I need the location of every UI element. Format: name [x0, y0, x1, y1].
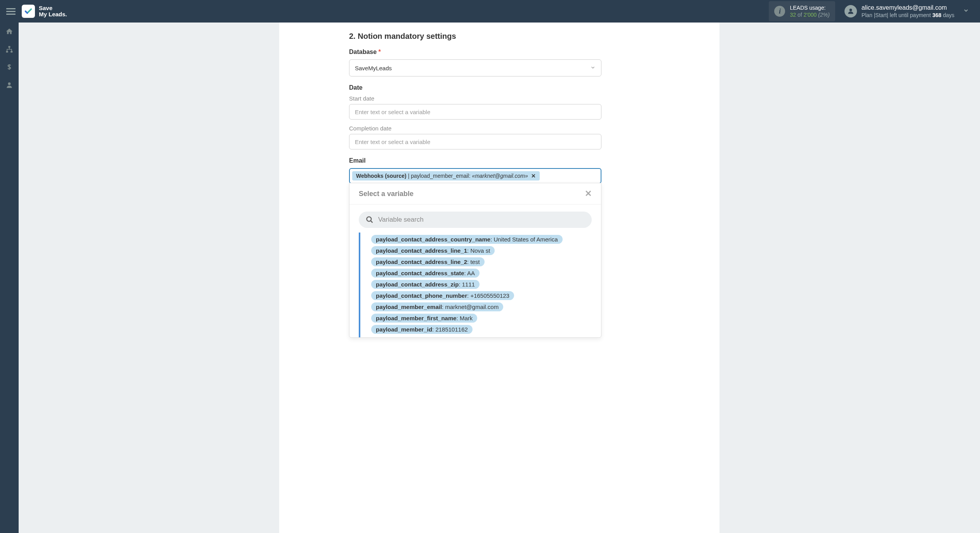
variable-search[interactable]: [359, 212, 592, 228]
variable-option[interactable]: payload_member_email: marknet@gmail.com: [371, 302, 503, 311]
chevron-down-icon: [590, 65, 596, 71]
svg-point-0: [849, 9, 852, 11]
variable-option[interactable]: payload_contact_address_zip: 1111: [371, 280, 480, 289]
main-content: 2. Notion mandatory settings Database * …: [19, 23, 980, 533]
top-header: Save My Leads. i LEADS usage: 32 of 2'00…: [0, 0, 980, 23]
start-date-label: Start date: [349, 95, 601, 102]
sidebar-item-connections[interactable]: [0, 40, 19, 58]
section-title: 2. Notion mandatory settings: [349, 32, 601, 41]
sidebar-nav: [0, 23, 19, 533]
variable-list[interactable]: payload_contact_address_country_name: Un…: [359, 233, 597, 337]
sitemap-icon: [5, 45, 13, 53]
svg-point-4: [8, 82, 11, 85]
variable-option[interactable]: payload_contact_address_country_name: Un…: [371, 235, 563, 244]
dropdown-title: Select a variable: [359, 190, 414, 198]
dropdown-close-icon[interactable]: ✕: [585, 189, 592, 199]
user-icon: [5, 81, 13, 89]
database-label: Database *: [349, 49, 601, 56]
variable-option[interactable]: payload_contact_phone_number: +165055501…: [371, 291, 514, 300]
completion-date-input[interactable]: [349, 134, 601, 149]
svg-rect-2: [6, 51, 8, 52]
variable-option[interactable]: payload_contact_address_state: AA: [371, 269, 480, 278]
database-select[interactable]: SaveMyLeads: [349, 59, 601, 76]
completion-date-label: Completion date: [349, 125, 601, 132]
email-input[interactable]: Webhooks (source) | payload_member_email…: [349, 168, 601, 184]
dollar-icon: [6, 63, 12, 71]
variable-option[interactable]: payload_contact_address_line_1: Nova st: [371, 246, 495, 255]
app-logo[interactable]: [22, 5, 35, 18]
sidebar-item-billing[interactable]: [0, 58, 19, 76]
variable-option[interactable]: payload_contact_address_line_2: test: [371, 257, 485, 266]
usage-label: LEADS usage:: [790, 4, 829, 11]
sidebar-item-home[interactable]: [0, 23, 19, 40]
sidebar-item-account[interactable]: [0, 76, 19, 94]
user-plan: Plan |Start| left until payment 368 days: [862, 12, 954, 19]
hamburger-menu-icon[interactable]: [6, 7, 16, 16]
database-value: SaveMyLeads: [355, 65, 392, 71]
svg-rect-1: [9, 46, 10, 48]
variable-option[interactable]: payload_member_first_name: Mark: [371, 314, 477, 323]
variable-chip[interactable]: Webhooks (source) | payload_member_email…: [352, 171, 540, 181]
usage-value: 32 of 2'000 (2%): [790, 11, 829, 18]
variable-option[interactable]: payload_member_id: 2185101162: [371, 325, 473, 334]
home-icon: [5, 28, 13, 35]
email-label: Email: [349, 157, 601, 164]
search-icon: [366, 216, 374, 224]
variable-search-input[interactable]: [378, 216, 585, 224]
avatar-icon: [844, 5, 857, 17]
chevron-down-icon: [963, 7, 969, 15]
app-name: Save My Leads.: [39, 5, 67, 18]
info-icon: i: [774, 6, 785, 17]
usage-indicator[interactable]: i LEADS usage: 32 of 2'000 (2%): [769, 1, 835, 21]
chip-source: Webhooks (source): [356, 173, 407, 179]
variable-dropdown: Select a variable ✕: [349, 183, 601, 338]
svg-point-5: [367, 217, 372, 222]
user-menu[interactable]: alice.savemyleads@gmail.com Plan |Start|…: [844, 4, 969, 19]
chip-remove-icon[interactable]: ✕: [531, 173, 536, 179]
start-date-input[interactable]: [349, 104, 601, 120]
svg-rect-3: [10, 51, 12, 52]
user-email: alice.savemyleads@gmail.com: [862, 4, 954, 12]
date-label: Date: [349, 84, 601, 91]
checkmark-icon: [24, 7, 33, 16]
